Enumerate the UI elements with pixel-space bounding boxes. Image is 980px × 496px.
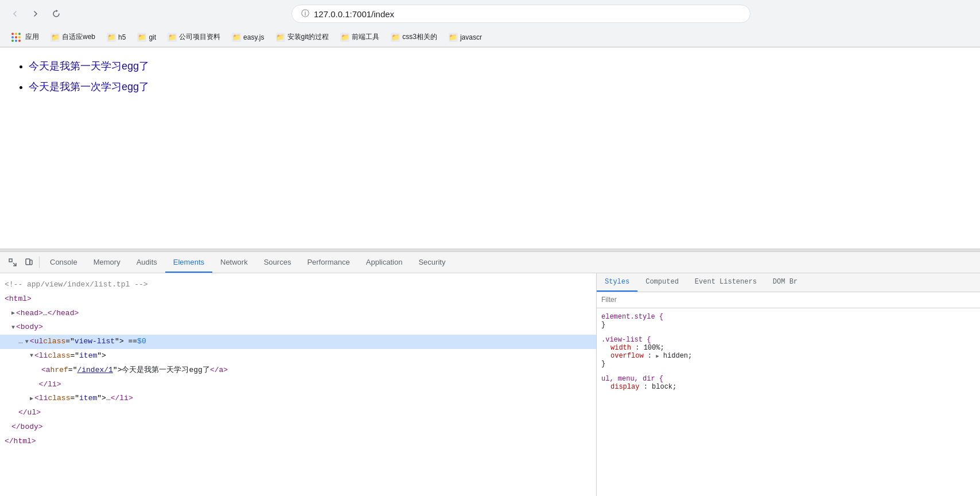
security-info-icon: ⓘ	[301, 9, 309, 19]
styles-tab-bar: Styles Computed Event Listeners DOM Br	[597, 273, 980, 292]
bookmark-label: easy.js	[243, 33, 264, 41]
dom-body-open[interactable]: ▼ <body>	[0, 320, 596, 335]
bookmark-easyjs[interactable]: 📁 easy.js	[227, 30, 269, 44]
bookmark-label: css3相关的	[402, 32, 437, 42]
css-rule-view-list: .view-list { width : 100%; overflow : ▶ …	[601, 336, 975, 368]
apps-bookmark[interactable]: 应用	[7, 30, 44, 44]
bookmark-label: 自适应web	[62, 32, 95, 42]
bookmark-install-git[interactable]: 📁 安装git的过程	[271, 30, 334, 44]
collapse-icon[interactable]: ▼	[25, 338, 29, 347]
dom-a-tag[interactable]: <a href =" /index/1 "> 今天是我第一天学习egg了 </a…	[0, 363, 596, 378]
tab-elements[interactable]: Elements	[165, 252, 212, 273]
reload-button[interactable]	[48, 6, 64, 22]
tab-network[interactable]: Network	[212, 252, 256, 273]
styles-content: element.style { } .view-list { width : 1…	[597, 308, 980, 496]
bookmark-javascr[interactable]: 📁 javascr	[444, 30, 487, 44]
svg-rect-0	[9, 259, 12, 262]
devtools-tab-bar: Console Memory Audits Elements Network S…	[0, 252, 980, 273]
folder-icon: 📁	[391, 33, 400, 42]
address-text: 127.0.0.1:7001/index	[314, 9, 394, 19]
dom-comment: <!-- app/view/index/list.tpl -->	[5, 279, 148, 291]
page-link-1[interactable]: 今天是我第一天学习egg了	[29, 60, 149, 72]
list-item: 今天是我第一次学习egg了	[29, 80, 963, 94]
browser-toolbar: ⓘ 127.0.0.1:7001/index	[0, 0, 980, 28]
styles-filter-input[interactable]	[601, 296, 975, 304]
tab-console[interactable]: Console	[42, 252, 85, 273]
dom-head-line[interactable]: ▶ <head> … </head>	[0, 307, 596, 321]
bookmark-label: 公司项目资料	[179, 32, 220, 42]
expand-icon[interactable]: ▶	[11, 309, 15, 318]
folder-icon: 📁	[168, 33, 177, 42]
tab-application[interactable]: Application	[358, 252, 411, 273]
bookmark-label: 安装git的过程	[287, 32, 329, 42]
collapse-icon[interactable]: ▼	[30, 351, 33, 361]
dom-panel[interactable]: <!-- app/view/index/list.tpl --> <html> …	[0, 273, 597, 496]
list-item: 今天是我第一天学习egg了	[29, 59, 963, 73]
devtools-panel: Console Memory Audits Elements Network S…	[0, 252, 980, 496]
apps-label: 应用	[25, 32, 39, 42]
bookmark-company[interactable]: 📁 公司项目资料	[163, 30, 225, 44]
bookmark-label: h5	[118, 33, 126, 41]
element-picker-button[interactable]	[5, 252, 21, 273]
bookmark-h5[interactable]: 📁 h5	[102, 30, 130, 44]
tab-sources[interactable]: Sources	[256, 252, 300, 273]
browser-chrome: ⓘ 127.0.0.1:7001/index 应用 📁 自适应web 📁 h5 …	[0, 0, 980, 48]
tab-audits[interactable]: Audits	[129, 252, 165, 273]
bookmark-label: git	[149, 33, 156, 41]
folder-icon: 📁	[137, 33, 146, 42]
tab-security[interactable]: Security	[410, 252, 453, 273]
styles-panel: Styles Computed Event Listeners DOM Br	[597, 273, 980, 496]
bookmark-label: javascr	[460, 33, 482, 41]
folder-icon: 📁	[50, 33, 60, 42]
bookmark-css3[interactable]: 📁 css3相关的	[386, 30, 442, 44]
folder-icon: 📁	[232, 33, 241, 42]
tab-memory[interactable]: Memory	[85, 252, 129, 273]
folder-icon: 📁	[340, 33, 349, 42]
bookmark-label: 前端工具	[352, 32, 379, 42]
back-button[interactable]	[7, 6, 23, 22]
styles-tab-dom-breakpoints[interactable]: DOM Br	[765, 273, 806, 292]
styles-filter	[597, 292, 980, 308]
dom-html-close[interactable]: </html>	[0, 435, 596, 449]
dom-ul-selected[interactable]: … ▼ <ul class =" view-list "> == $0	[0, 335, 596, 349]
device-toolbar-button[interactable]	[21, 252, 37, 273]
page-content: 今天是我第一天学习egg了 今天是我第一次学习egg了	[0, 48, 980, 249]
bookmarks-bar: 应用 📁 自适应web 📁 h5 📁 git 📁 公司项目资料 📁 easy.j…	[0, 28, 980, 47]
dom-li2-line[interactable]: ▶ <li class =" item "> … </li>	[0, 392, 596, 406]
expand-icon[interactable]: ▶	[30, 394, 33, 404]
css-rule-ul-menu-dir: ul, menu, dir { display : block;	[601, 375, 975, 391]
dom-li1-open[interactable]: ▼ <li class =" item ">	[0, 349, 596, 363]
svg-rect-1	[26, 259, 30, 265]
folder-icon: 📁	[449, 33, 458, 42]
dom-body-close[interactable]: </body>	[0, 420, 596, 435]
dom-ul-close[interactable]: </ul>	[0, 406, 596, 420]
dom-li1-close[interactable]: </li>	[0, 378, 596, 392]
address-bar[interactable]: ⓘ 127.0.0.1:7001/index	[291, 5, 750, 23]
apps-icon	[11, 33, 21, 42]
forward-button[interactable]	[28, 6, 44, 22]
folder-icon: 📁	[107, 33, 116, 42]
bookmark-git[interactable]: 📁 git	[133, 30, 161, 44]
bookmark-zishiying[interactable]: 📁 自适应web	[46, 30, 100, 44]
dom-html-open[interactable]: <html>	[0, 292, 596, 307]
page-list: 今天是我第一天学习egg了 今天是我第一次学习egg了	[17, 59, 963, 94]
collapse-icon[interactable]: ▼	[11, 323, 15, 332]
svg-rect-2	[30, 260, 32, 265]
tab-performance[interactable]: Performance	[299, 252, 357, 273]
styles-tab-styles[interactable]: Styles	[597, 273, 637, 292]
styles-tab-event-listeners[interactable]: Event Listeners	[687, 273, 765, 292]
page-link-2[interactable]: 今天是我第一次学习egg了	[29, 81, 149, 92]
dom-comment-line: <!-- app/view/index/list.tpl -->	[0, 278, 596, 292]
styles-tab-computed[interactable]: Computed	[637, 273, 687, 292]
css-rule-element-style: element.style { }	[601, 313, 975, 329]
tab-separator	[39, 257, 40, 268]
bookmark-frontend-tools[interactable]: 📁 前端工具	[336, 30, 384, 44]
folder-icon: 📁	[276, 33, 285, 42]
devtools-body: <!-- app/view/index/list.tpl --> <html> …	[0, 273, 980, 496]
